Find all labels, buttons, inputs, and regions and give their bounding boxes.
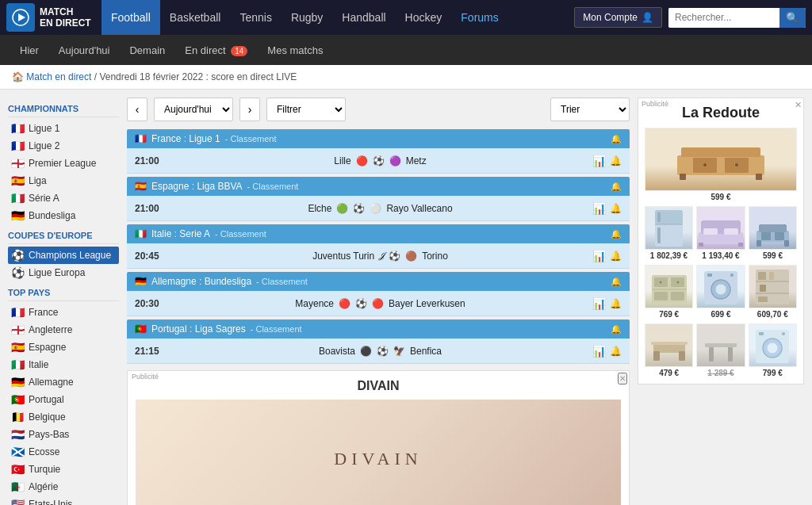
search-button[interactable]: 🔍 — [779, 8, 806, 28]
team1-icon-liga: 🟢 — [336, 203, 348, 214]
product-washer2[interactable]: 799 € — [749, 323, 797, 377]
prev-date-button[interactable]: ‹ — [127, 98, 147, 121]
trier-select[interactable]: Trier — [550, 98, 630, 121]
chart-icon-1[interactable]: 📊 — [592, 202, 606, 215]
mon-compte-button[interactable]: Mon Compte 👤 — [574, 7, 662, 28]
chart-icon-3[interactable]: 📊 — [592, 297, 606, 310]
sidebar-item-premier-league[interactable]: 🏴󠁧󠁢󠁥󠁮󠁧󠁿 Premier League — [8, 155, 119, 172]
sub-nav-mes-matchs[interactable]: Mes matchs — [259, 40, 331, 61]
sidebar-item-portugal[interactable]: 🇵🇹 Portugal — [8, 391, 119, 408]
bell-match-3[interactable]: 🔔 — [610, 298, 622, 309]
sidebar-item-ligue1[interactable]: 🇫🇷 Ligue 1 — [8, 120, 119, 137]
sidebar-europa-label: Ligue Europa — [29, 267, 85, 278]
team2-liga: Rayo Vallecano — [386, 203, 452, 214]
sidebar-item-champions-league[interactable]: ⚽ Champions League — [8, 247, 119, 264]
sidebar-item-pays-bas[interactable]: 🇳🇱 Pays-Bas — [8, 426, 119, 443]
sidebar-item-etats-unis[interactable]: 🇺🇸 Etats-Unis — [8, 495, 119, 505]
breadcrumb-current: Vendredi 18 février 2022 : score en dire… — [99, 71, 297, 82]
logo[interactable]: MATCH EN DIRECT — [6, 3, 94, 32]
nav-handball[interactable]: Handball — [332, 0, 395, 35]
bell-match-4[interactable]: 🔔 — [610, 346, 622, 357]
bell-icon-liga-sagres[interactable]: 🔔 — [611, 324, 622, 335]
chart-icon-0[interactable]: 📊 — [592, 155, 606, 167]
classement-liga-sagres[interactable]: - Classement — [251, 324, 302, 334]
bell-match-1[interactable]: 🔔 — [610, 203, 622, 214]
sidebar-item-france[interactable]: 🇫🇷 France — [8, 304, 119, 321]
nav-tennis[interactable]: Tennis — [230, 0, 281, 35]
product-price-shelf: 609,70 € — [757, 310, 788, 319]
bell-icon-ligue1[interactable]: 🔔 — [611, 134, 622, 144]
sidebar-item-ligue-europa[interactable]: ⚽ Ligue Europa — [8, 264, 119, 281]
league-header-liga[interactable]: 🇪🇸 Espagne : Liga BBVA - Classement 🔔 — [127, 177, 630, 196]
league-header-bundesliga[interactable]: 🇩🇪 Allemagne : Bundesliga - Classement 🔔 — [127, 272, 630, 291]
search-input[interactable] — [668, 8, 779, 27]
sidebar-item-serie-a[interactable]: 🇮🇹 Série A — [8, 189, 119, 207]
flag-bundesliga: 🇩🇪 — [135, 276, 147, 287]
ad-close-button[interactable]: ✕ — [618, 373, 627, 384]
product-fridge[interactable]: 1 802,39 € — [645, 206, 693, 260]
product-price-cabinet: 769 € — [659, 310, 679, 319]
classement-bundesliga[interactable]: - Classement — [256, 277, 308, 286]
date-select[interactable]: Aujourd'hui — [154, 98, 233, 121]
sub-nav-demain[interactable]: Demain — [121, 40, 173, 61]
sidebar-item-liga[interactable]: 🇪🇸 Liga — [8, 172, 119, 189]
product-bedroom[interactable]: 1 193,40 € — [696, 206, 745, 260]
bell-icon-serie-a[interactable]: 🔔 — [611, 229, 622, 239]
sidebar-item-belgique[interactable]: 🇧🇪 Belgique — [8, 408, 119, 426]
svg-rect-3 — [681, 147, 760, 157]
product-img-cabinet — [645, 265, 693, 308]
sub-nav-hier[interactable]: Hier — [12, 40, 47, 61]
sidebar-item-bundesliga[interactable]: 🇩🇪 Bundesliga — [8, 207, 119, 224]
nav-football[interactable]: Football — [102, 0, 160, 35]
sidebar-item-italie[interactable]: 🇮🇹 Italie — [8, 356, 119, 373]
league-header-serie-a[interactable]: 🇮🇹 Italie : Serie A - Classement 🔔 — [127, 224, 630, 243]
sidebar-serie-label: Série A — [29, 193, 59, 204]
classement-ligue1[interactable]: - Classement — [225, 134, 277, 143]
product-tv-stand2[interactable]: 599 € — [749, 206, 797, 260]
svg-rect-43 — [758, 272, 766, 280]
product-cabinet[interactable]: 769 € — [645, 265, 693, 319]
product-shelf[interactable]: 609,70 € — [749, 265, 797, 319]
filtrer-select[interactable]: Filtrer — [266, 98, 346, 121]
svg-point-37 — [715, 284, 726, 295]
nav-hockey[interactable]: Hockey — [396, 0, 452, 35]
product-price-table: 1 289 € — [707, 369, 733, 377]
classement-liga[interactable]: - Classement — [247, 182, 299, 191]
chart-icon-2[interactable]: 📊 — [592, 250, 606, 262]
league-header-ligue1[interactable]: 🇫🇷 France : Ligue 1 - Classement 🔔 — [127, 129, 630, 148]
product-table[interactable]: 1 289 € — [696, 323, 745, 377]
product-bench[interactable]: 479 € — [645, 323, 693, 377]
product-price-tv-stand2: 599 € — [763, 251, 783, 260]
sidebar-champions-label: Champions League — [29, 250, 111, 261]
nav-basketball[interactable]: Basketball — [160, 0, 231, 35]
breadcrumb-home-link[interactable]: Match en direct — [26, 71, 91, 82]
bell-match-0[interactable]: 🔔 — [610, 155, 622, 166]
product-washing[interactable]: 699 € — [696, 265, 745, 319]
nav-rugby[interactable]: Rugby — [282, 0, 332, 35]
sub-nav-en-direct[interactable]: En direct 14 — [177, 40, 255, 61]
league-header-liga-sagres[interactable]: 🇵🇹 Portugal : Liga Sagres - Classement 🔔 — [127, 319, 630, 339]
sidebar-item-turquie[interactable]: 🇹🇷 Turquie — [8, 461, 119, 478]
svg-point-9 — [735, 163, 738, 166]
team1-serie-a: Juventus Turin — [312, 251, 374, 262]
sidebar-item-algerie[interactable]: 🇩🇿 Algérie — [8, 478, 119, 495]
bell-icon-bundesliga[interactable]: 🔔 — [611, 277, 622, 287]
product-price-fridge: 1 802,39 € — [650, 251, 688, 260]
chart-icon-4[interactable]: 📊 — [592, 345, 606, 358]
sidebar-item-angleterre[interactable]: 🏴󠁧󠁢󠁥󠁮󠁧󠁿 Angleterre — [8, 321, 119, 339]
product-row-4: 479 € 1 289 € — [645, 323, 797, 377]
sidebar-item-espagne[interactable]: 🇪🇸 Espagne — [8, 339, 119, 356]
bell-match-2[interactable]: 🔔 — [610, 251, 622, 262]
product-sideboard[interactable]: 599 € — [645, 128, 797, 201]
next-date-button[interactable]: › — [239, 98, 260, 121]
bell-icon-liga[interactable]: 🔔 — [611, 182, 622, 192]
sidebar-item-ligue2[interactable]: 🇫🇷 Ligue 2 — [8, 137, 119, 155]
sub-nav-aujourdhui[interactable]: Aujourd'hui — [51, 40, 118, 61]
sidebar-item-ecosse[interactable]: 🏴󠁧󠁢󠁳󠁣󠁴󠁿 Ecosse — [8, 443, 119, 461]
sidebar-liga-label: Liga — [29, 175, 47, 186]
right-ad-close[interactable]: ✕ — [795, 100, 802, 110]
nav-forums[interactable]: Forums — [451, 0, 508, 35]
sidebar-item-allemagne[interactable]: 🇩🇪 Allemagne — [8, 373, 119, 391]
svg-rect-51 — [705, 343, 737, 347]
classement-serie-a[interactable]: - Classement — [215, 229, 266, 239]
